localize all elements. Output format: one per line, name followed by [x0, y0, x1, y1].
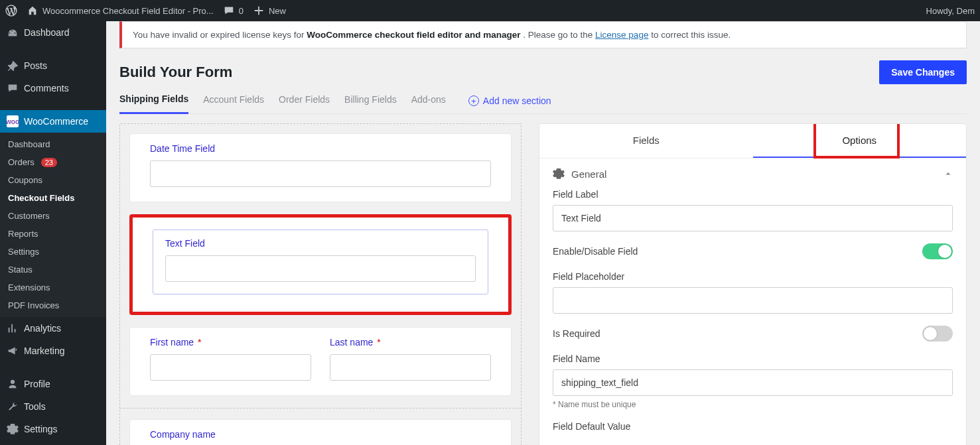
submenu-dashboard[interactable]: Dashboard [0, 135, 106, 153]
submenu-extensions[interactable]: Extensions [0, 279, 106, 296]
menu-marketing[interactable]: Marketing [0, 340, 106, 362]
menu-settings[interactable]: Settings [0, 418, 106, 440]
plus-circle-icon: + [468, 95, 479, 106]
notice-text-bold: WooCommerce checkout field editor and ma… [307, 30, 520, 40]
user-icon [7, 378, 19, 390]
comment-icon [7, 82, 19, 94]
field-label-first-name: First name * [150, 337, 311, 348]
field-label: Date Time Field [150, 143, 491, 154]
options-panel: Fields Options General Field Label Enabl… [539, 123, 967, 445]
notice-text-mid: . Please go to the [523, 30, 595, 40]
submenu-status[interactable]: Status [0, 261, 106, 279]
submenu-orders[interactable]: Orders 23 [0, 153, 106, 171]
menu-label: Tools [24, 401, 46, 412]
form-builder-area[interactable]: Date Time Field Text Field First name * … [119, 123, 522, 445]
field-input[interactable] [330, 354, 491, 381]
admin-sidebar: Dashboard Posts Comments woo WooCommerce… [0, 21, 106, 445]
site-title: Woocommerce Checkout Field Editor - Pro.… [42, 6, 214, 16]
field-label: Company name [150, 429, 491, 440]
tab-addons[interactable]: Add-ons [411, 89, 446, 113]
enable-disable-label: Enable/Disable Field [553, 246, 638, 257]
menu-label: WooCommerce [24, 116, 88, 127]
license-page-link[interactable]: License page [595, 30, 648, 40]
tab-billing[interactable]: Billing Fields [344, 89, 397, 113]
menu-label: Profile [24, 379, 50, 389]
section-tabs: Shipping Fields Account Fields Order Fie… [119, 88, 967, 114]
field-card-company[interactable]: Company name [129, 419, 512, 445]
general-section-toggle[interactable]: General [553, 159, 953, 189]
field-label: Text Field [165, 238, 476, 249]
field-card-datetime[interactable]: Date Time Field [129, 133, 512, 202]
panel-tab-fields[interactable]: Fields [539, 124, 753, 158]
field-input[interactable] [150, 354, 311, 381]
howdy-text: Howdy, Dem [926, 6, 975, 16]
gear-icon [553, 168, 565, 180]
site-link[interactable]: Woocommerce Checkout Field Editor - Pro.… [27, 5, 214, 17]
pin-icon [7, 60, 19, 72]
is-required-label: Is Required [553, 328, 600, 339]
tab-account[interactable]: Account Fields [203, 89, 264, 113]
menu-comments[interactable]: Comments [0, 77, 106, 99]
orders-badge: 23 [41, 158, 57, 167]
comments-link[interactable]: 0 [223, 5, 244, 17]
new-label: New [269, 6, 286, 16]
new-link[interactable]: New [253, 5, 286, 17]
field-card-textfield-selected[interactable]: Text Field [129, 214, 512, 315]
submenu-customers[interactable]: Customers [0, 207, 106, 225]
chevron-up-icon [944, 169, 953, 178]
menu-label: Marketing [24, 346, 64, 356]
howdy-link[interactable]: Howdy, Dem [926, 6, 975, 16]
field-name-label: Field Name [553, 353, 953, 364]
menu-label: Posts [24, 60, 47, 71]
menu-tools[interactable]: Tools [0, 395, 106, 418]
field-placeholder-label: Field Placeholder [553, 271, 953, 282]
submenu-settings[interactable]: Settings [0, 243, 106, 261]
general-title: General [571, 168, 606, 180]
field-name-input[interactable] [553, 369, 953, 396]
menu-dashboard[interactable]: Dashboard [0, 21, 106, 44]
field-label-input[interactable] [553, 205, 953, 231]
menu-posts[interactable]: Posts [0, 54, 106, 77]
wrench-icon [7, 401, 19, 413]
dashboard-icon [7, 27, 19, 38]
notice-text-prefix: You have invalid or expired license keys… [133, 30, 307, 40]
add-new-label: Add new section [483, 95, 551, 106]
page-title: Build Your Form [119, 64, 232, 81]
submenu-reports[interactable]: Reports [0, 225, 106, 243]
menu-profile[interactable]: Profile [0, 373, 106, 395]
menu-label: Dashboard [24, 27, 70, 38]
home-icon [27, 5, 38, 17]
menu-analytics[interactable]: Analytics [0, 317, 106, 340]
tab-shipping[interactable]: Shipping Fields [119, 88, 188, 114]
submenu-pdf-invoices[interactable]: PDF Invoices [0, 296, 106, 314]
gear-icon [7, 423, 19, 435]
menu-label: Settings [24, 424, 58, 434]
enable-toggle[interactable] [922, 243, 953, 259]
comment-icon [223, 5, 235, 17]
menu-label: Analytics [24, 323, 61, 334]
comment-count: 0 [239, 6, 244, 16]
field-placeholder-input[interactable] [553, 287, 953, 314]
admin-bar: Woocommerce Checkout Field Editor - Pro.… [0, 0, 980, 21]
required-toggle[interactable] [922, 326, 953, 342]
add-new-section[interactable]: + Add new section [468, 95, 551, 106]
field-card-name[interactable]: First name * Last name * [129, 327, 512, 396]
woocommerce-icon: woo [7, 115, 19, 127]
menu-woocommerce[interactable]: woo WooCommerce [0, 110, 106, 133]
field-label-last-name: Last name * [330, 337, 491, 348]
field-input[interactable] [165, 255, 476, 282]
license-notice: You have invalid or expired license keys… [119, 21, 967, 48]
panel-tab-options[interactable]: Options [753, 124, 967, 158]
tab-order[interactable]: Order Fields [279, 89, 330, 113]
megaphone-icon [7, 345, 19, 357]
menu-label: Comments [24, 83, 69, 94]
chart-icon [7, 322, 19, 334]
field-input[interactable] [150, 160, 491, 187]
field-name-hint: * Name must be unique [553, 400, 953, 409]
save-button[interactable]: Save Changes [879, 60, 967, 84]
wp-logo[interactable] [5, 5, 17, 17]
main-content: You have invalid or expired license keys… [106, 21, 980, 445]
wordpress-icon [5, 5, 17, 17]
submenu-checkout-fields[interactable]: Checkout Fields [0, 189, 106, 207]
submenu-coupons[interactable]: Coupons [0, 171, 106, 189]
